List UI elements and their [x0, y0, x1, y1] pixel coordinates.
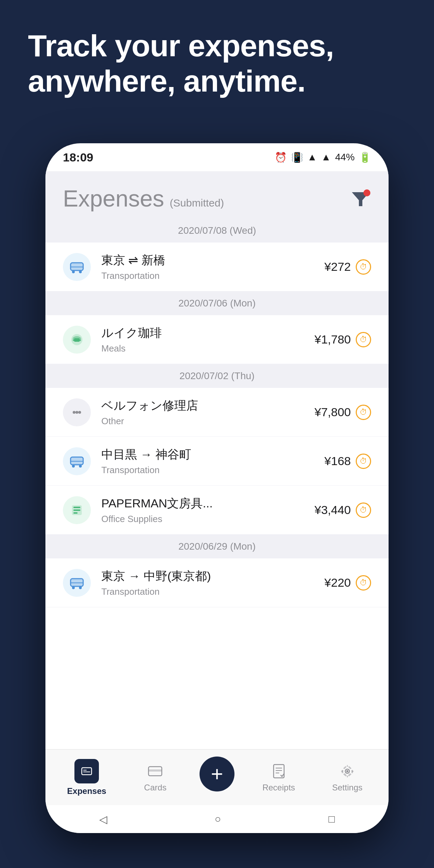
svg-point-17 — [72, 465, 75, 468]
page-subtitle: (Submitted) — [170, 197, 224, 209]
svg-rect-22 — [73, 512, 78, 514]
expenses-label: Expenses — [67, 786, 106, 796]
nav-item-settings[interactable]: Settings — [313, 762, 382, 793]
svg-point-12 — [75, 411, 78, 414]
expense-amount: ¥220 — [324, 576, 351, 589]
wifi-icon: ▲ — [308, 152, 317, 163]
headline-line1: Track your expenses, — [28, 28, 334, 63]
svg-rect-28 — [82, 768, 92, 775]
date-separator-4: 2020/06/29 (Mon) — [45, 535, 389, 558]
expense-item[interactable]: PAPERMAN文房具... Office Supplies ¥3,440 ⏱ — [45, 486, 389, 535]
pending-icon: ⏱ — [356, 332, 371, 347]
svg-point-18 — [79, 465, 82, 468]
svg-rect-30 — [83, 772, 90, 772]
pending-icon: ⏱ — [356, 405, 371, 420]
cards-icon — [146, 762, 164, 780]
svg-point-13 — [78, 411, 81, 414]
date-separator-3: 2020/07/02 (Thu) — [45, 364, 389, 388]
app-content: Expenses (Submitted) 2020/07/08 (Wed) — [45, 171, 389, 833]
other-icon — [63, 398, 91, 426]
expense-amount-group: ¥168 ⏱ — [324, 454, 371, 469]
expense-item[interactable]: ベルフォン修理店 Other ¥7,800 ⏱ — [45, 388, 389, 437]
expense-list: 2020/07/08 (Wed) 東京 ⇌ 新橋 Transportation — [45, 219, 389, 749]
svg-point-1 — [363, 189, 370, 196]
svg-rect-32 — [149, 769, 162, 772]
expense-category: Transportation — [101, 270, 314, 281]
vibrate-icon: 📳 — [291, 152, 303, 163]
nav-item-cards[interactable]: Cards — [121, 762, 189, 793]
expense-details: ベルフォン修理店 Other — [101, 398, 304, 427]
phone-frame: 18:09 ⏰ 📳 ▲ ▲ 44% 🔋 Expenses (Submitted) — [45, 143, 389, 833]
svg-rect-10 — [73, 340, 81, 341]
expense-details: 東京 ⇌ 新橋 Transportation — [101, 252, 314, 281]
status-icons: ⏰ 📳 ▲ ▲ 44% 🔋 — [275, 152, 371, 163]
back-button[interactable]: ◁ — [99, 813, 107, 825]
svg-rect-29 — [83, 770, 87, 771]
app-header: Expenses (Submitted) — [45, 171, 389, 219]
transport-icon — [63, 447, 91, 475]
date-separator-2: 2020/07/06 (Mon) — [45, 291, 389, 315]
expense-category: Other — [101, 416, 304, 427]
headline-line2: anywhere, anytime. — [28, 64, 305, 98]
nav-item-add[interactable]: + — [190, 757, 245, 798]
svg-point-27 — [79, 586, 82, 589]
receipts-label: Receipts — [262, 783, 295, 793]
expense-name: 中目黒 → 神谷町 — [101, 447, 314, 463]
expense-details: ルイク珈琲 Meals — [101, 325, 304, 354]
recents-button[interactable]: □ — [328, 813, 335, 825]
expense-amount: ¥1,780 — [314, 333, 351, 346]
expense-amount: ¥272 — [324, 260, 351, 274]
expense-details: 中目黒 → 神谷町 Transportation — [101, 447, 314, 476]
expense-category: Transportation — [101, 586, 314, 597]
settings-label: Settings — [332, 783, 363, 793]
filter-button[interactable] — [350, 188, 371, 209]
expenses-icon — [74, 759, 99, 783]
expense-name: ルイク珈琲 — [101, 325, 304, 341]
header-title-group: Expenses (Submitted) — [63, 185, 224, 212]
headline: Track your expenses, anywhere, anytime. — [28, 28, 406, 99]
expense-category: Transportation — [101, 465, 314, 476]
expense-category: Meals — [101, 343, 304, 354]
office-icon — [63, 496, 91, 524]
expense-name: ベルフォン修理店 — [101, 398, 304, 414]
android-nav: ◁ ○ □ — [45, 805, 389, 833]
pending-icon: ⏱ — [356, 454, 371, 469]
alarm-icon: ⏰ — [275, 152, 287, 163]
receipts-icon — [270, 762, 288, 780]
expense-item[interactable]: 東京 ⇌ 新橋 Transportation ¥272 ⏱ — [45, 243, 389, 291]
expense-amount-group: ¥3,440 ⏱ — [314, 502, 371, 518]
nav-item-receipts[interactable]: Receipts — [245, 762, 313, 793]
date-separator-1: 2020/07/08 (Wed) — [45, 219, 389, 243]
svg-point-5 — [72, 270, 75, 273]
expense-amount: ¥168 — [324, 454, 351, 468]
pending-icon: ⏱ — [356, 259, 371, 275]
svg-rect-20 — [73, 507, 80, 508]
nav-item-expenses[interactable]: Expenses — [52, 759, 121, 796]
signal-icon: ▲ — [321, 152, 331, 163]
svg-point-11 — [73, 411, 75, 414]
expense-item[interactable]: ルイク珈琲 Meals ¥1,780 ⏱ — [45, 315, 389, 364]
bottom-nav: Expenses Cards + — [45, 749, 389, 805]
add-button[interactable]: + — [200, 757, 234, 791]
transport-icon — [63, 253, 91, 281]
transport-icon — [63, 569, 91, 597]
svg-point-26 — [72, 586, 75, 589]
expense-amount-group: ¥220 ⏱ — [324, 575, 371, 591]
status-time: 18:09 — [63, 151, 93, 164]
expense-details: PAPERMAN文房具... Office Supplies — [101, 496, 304, 525]
page-title: Expenses — [63, 185, 164, 212]
svg-point-6 — [79, 270, 82, 273]
meals-icon — [63, 326, 91, 354]
expense-amount-group: ¥272 ⏱ — [324, 259, 371, 275]
battery-level: 44% — [335, 152, 355, 163]
battery-icon: 🔋 — [359, 152, 371, 163]
expense-category: Office Supplies — [101, 514, 304, 525]
expense-item[interactable]: 中目黒 → 神谷町 Transportation ¥168 ⏱ — [45, 437, 389, 486]
expense-amount: ¥7,800 — [314, 405, 351, 419]
home-button[interactable]: ○ — [215, 813, 221, 825]
svg-point-38 — [346, 770, 348, 772]
expense-name: PAPERMAN文房具... — [101, 496, 304, 512]
expense-item[interactable]: 東京 → 中野(東京都) Transportation ¥220 ⏱ — [45, 558, 389, 607]
status-bar: 18:09 ⏰ 📳 ▲ ▲ 44% 🔋 — [45, 143, 389, 171]
expense-details: 東京 → 中野(東京都) Transportation — [101, 568, 314, 597]
